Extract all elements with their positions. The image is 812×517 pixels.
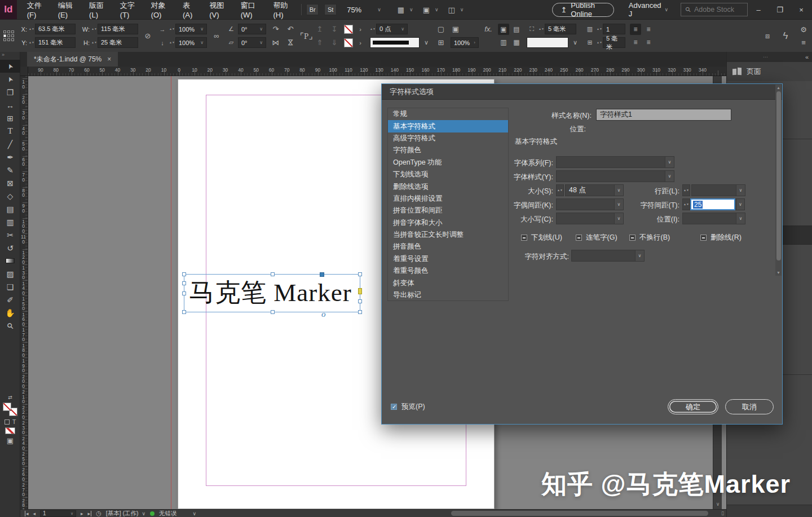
scroll-down-icon[interactable]: ▼ xyxy=(775,271,782,275)
page-tool[interactable]: ❐ xyxy=(0,86,20,99)
style-category-item[interactable]: 着重号颜色 xyxy=(388,265,508,277)
indeterminate-checkbox-icon[interactable] xyxy=(700,235,707,241)
previous-page-button[interactable]: ◂ xyxy=(33,511,36,516)
list-scrollbar[interactable]: ▲ ▼ xyxy=(775,85,782,276)
fill-color-dropdown[interactable] xyxy=(527,37,568,48)
frame-handle-active[interactable] xyxy=(320,272,324,277)
stroke-style-dropdown[interactable] xyxy=(370,37,420,48)
selected-text-frame[interactable]: 马克笔 Marker o xyxy=(184,274,360,312)
wrap-offset-field[interactable]: 5 毫米 xyxy=(545,24,576,34)
gradient-feather-tool[interactable]: ▨ xyxy=(0,267,20,280)
content-collector-tool[interactable]: ⊞ xyxy=(0,112,20,125)
no-text-wrap-icon[interactable]: ▣ xyxy=(498,24,509,35)
eyedropper-tool[interactable]: ✐ xyxy=(0,293,20,306)
stock-search-input[interactable] xyxy=(694,6,743,14)
checked-checkbox-icon[interactable] xyxy=(391,404,397,410)
align-top-icon[interactable]: ≡ xyxy=(630,24,641,35)
page-number-dropdown[interactable]: 1∨ xyxy=(40,510,76,517)
view-options-dropdown[interactable]: ▦∨ xyxy=(396,6,413,14)
style-category-item[interactable]: 当拼音较正文长时调整 xyxy=(388,229,508,241)
frame-handle[interactable] xyxy=(182,272,186,276)
fill-swatch-icon[interactable] xyxy=(3,403,11,411)
menu-item[interactable]: 文件(F) xyxy=(19,0,50,19)
scroll-down-icon[interactable]: ∨ xyxy=(713,501,722,507)
zoom-level-dropdown[interactable]: 75% ∨ xyxy=(347,6,381,14)
position-dropdown[interactable]: ∨ xyxy=(682,213,745,224)
fill-flyout-arrow[interactable]: › xyxy=(355,26,365,33)
type-tool[interactable]: T xyxy=(0,125,20,138)
leading-stepper[interactable]: ▲▼ xyxy=(682,184,690,196)
style-checkbox[interactable]: 删除线(R) xyxy=(700,233,742,242)
font-family-dropdown[interactable]: ∨ xyxy=(556,156,674,168)
frame-tool[interactable]: ⊠ xyxy=(0,176,20,189)
first-page-button[interactable]: ◂ xyxy=(25,511,29,516)
width-field[interactable]: 115 毫米 xyxy=(98,24,138,34)
height-field[interactable]: 25 毫米 xyxy=(98,37,138,48)
fit-content-icon[interactable]: ↥ xyxy=(315,25,325,33)
style-category-item[interactable]: 基本字符格式 xyxy=(388,120,508,132)
gradient-swatch-tool[interactable] xyxy=(0,254,20,267)
jump-object-icon[interactable]: ▦ xyxy=(511,37,522,48)
corner-shape-icon[interactable]: ▣ xyxy=(451,25,461,33)
style-category-item[interactable]: 导出标记 xyxy=(388,289,508,301)
note-tool[interactable]: ❏ xyxy=(0,280,20,293)
menu-item[interactable]: 对象(O) xyxy=(143,0,175,19)
align-center-icon[interactable]: ≡ xyxy=(643,24,654,35)
style-category-item[interactable]: 着重号设置 xyxy=(388,253,508,265)
menu-item[interactable]: 帮助(H) xyxy=(265,0,297,19)
constrain-proportions-icon[interactable]: ⊘ xyxy=(143,32,153,40)
zoom-tool[interactable]: ⚲ xyxy=(0,319,20,332)
gap-tool[interactable]: ↔ xyxy=(0,99,20,112)
stepper[interactable]: ▲▼ xyxy=(91,28,96,30)
app-badge[interactable]: St xyxy=(324,4,337,15)
fill-swatch-none[interactable] xyxy=(344,25,353,34)
indeterminate-checkbox-icon[interactable] xyxy=(629,235,636,241)
style-name-input[interactable]: 字符样式1 xyxy=(596,109,731,121)
ruler-origin-corner[interactable] xyxy=(20,67,28,76)
menu-item[interactable]: 窗口(W) xyxy=(233,0,266,19)
close-button[interactable]: × xyxy=(791,0,812,19)
adobe-stock-search[interactable]: ⚲ xyxy=(681,3,748,16)
last-page-button[interactable]: ▸ xyxy=(88,511,92,516)
tracking-input[interactable]: 25 xyxy=(690,198,735,210)
y-position-field[interactable]: 151 毫米 xyxy=(35,37,76,48)
frame-text[interactable]: 马克笔 Marker xyxy=(189,276,352,310)
frame-edges-dropdown[interactable]: ▣∨ xyxy=(421,6,439,14)
style-category-item[interactable]: 常规 xyxy=(388,108,508,120)
view-toggle-icons[interactable]: ⇄ xyxy=(8,395,12,400)
preflight-profile-dropdown[interactable]: [基本] (工作)∨ xyxy=(106,510,145,517)
menu-item[interactable]: 文字(T) xyxy=(112,0,143,19)
stroke-flyout-arrow[interactable]: › xyxy=(355,39,365,46)
frame-handle[interactable] xyxy=(182,291,186,295)
screen-mode-icon[interactable]: ▣ xyxy=(7,436,14,445)
next-page-button[interactable]: ▸ xyxy=(81,511,83,516)
tracking-stepper[interactable]: ▲▼ xyxy=(682,198,690,210)
select-container-icon[interactable]: ⌜P⌟ xyxy=(300,31,310,41)
leading-dropdown[interactable]: ∨ xyxy=(691,184,745,196)
style-category-item[interactable]: 拼音颜色 xyxy=(388,241,508,253)
indeterminate-checkbox-icon[interactable] xyxy=(576,235,582,241)
fit-frame-icon[interactable]: ↧ xyxy=(329,25,339,33)
stepper[interactable]: ▲▼ xyxy=(29,41,33,44)
quick-apply-icon[interactable]: ϟ xyxy=(780,30,791,42)
cancel-button[interactable]: 取消 xyxy=(725,399,774,414)
style-category-item[interactable]: 高级字符格式 xyxy=(388,132,508,144)
frame-handle[interactable] xyxy=(271,310,275,314)
effects-fx-icon[interactable]: fx. xyxy=(483,25,493,33)
character-alignment-dropdown[interactable]: ∨ xyxy=(571,250,645,262)
link-scale-icon[interactable]: ∞ xyxy=(211,32,222,40)
pencil-tool[interactable]: ✎ xyxy=(0,164,20,176)
menu-item[interactable]: 编辑(E) xyxy=(50,0,81,19)
ok-button[interactable]: 确定 xyxy=(668,399,718,414)
corner-options-icon[interactable]: ▢ xyxy=(436,25,446,33)
corner-options-handle[interactable] xyxy=(358,288,362,294)
kerning-dropdown[interactable]: ∨ xyxy=(556,198,624,210)
indeterminate-checkbox-icon[interactable] xyxy=(521,235,527,241)
dock-grip-icon[interactable]: ⋯ xyxy=(727,54,805,60)
hand-tool[interactable]: ✋ xyxy=(0,306,20,319)
center-content-icon[interactable]: ⇑ xyxy=(315,38,325,47)
rotate-cw-button[interactable]: ↷ xyxy=(271,25,281,33)
pen-tool[interactable]: ✒ xyxy=(0,151,20,164)
opacity-field[interactable]: 100%› xyxy=(451,37,479,48)
rotation-field[interactable]: 0°∨ xyxy=(238,24,266,34)
